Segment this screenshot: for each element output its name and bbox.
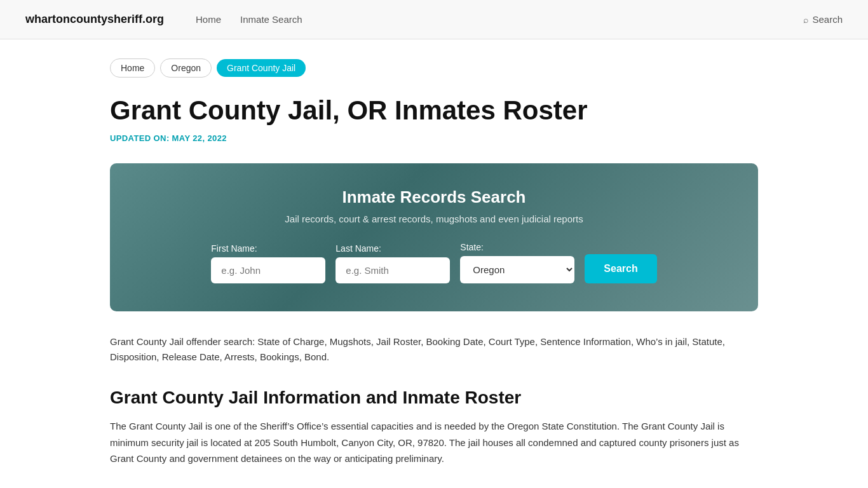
state-label: State:	[460, 242, 484, 252]
header-search[interactable]: ⌕ Search	[803, 14, 843, 25]
section-heading: Grant County Jail Information and Inmate…	[110, 388, 758, 408]
last-name-label: Last Name:	[336, 243, 381, 254]
last-name-input[interactable]	[336, 257, 450, 283]
breadcrumb-oregon[interactable]: Oregon	[160, 58, 212, 78]
first-name-field: First Name:	[211, 243, 325, 283]
body-text: The Grant County Jail is one of the Sher…	[110, 418, 758, 467]
main-nav: Home Inmate Search	[196, 14, 778, 25]
search-form: First Name: Last Name: State: OregonAlab…	[148, 242, 720, 283]
last-name-field: Last Name:	[336, 243, 450, 283]
search-button[interactable]: Search	[585, 254, 656, 283]
search-box: Inmate Records Search Jail records, cour…	[110, 163, 758, 311]
main-content: Home Oregon Grant County Jail Grant Coun…	[85, 39, 783, 488]
search-icon: ⌕	[803, 15, 808, 25]
first-name-input[interactable]	[211, 257, 325, 283]
state-select[interactable]: OregonAlabamaAlaskaArizonaArkansasCalifo…	[460, 256, 574, 283]
header-search-label: Search	[812, 14, 843, 25]
nav-inmate-search[interactable]: Inmate Search	[240, 14, 302, 25]
page-title: Grant County Jail, OR Inmates Roster	[110, 95, 758, 126]
site-header: whartoncountysheriff.org Home Inmate Sea…	[0, 0, 868, 39]
breadcrumb-grant-county-jail[interactable]: Grant County Jail	[217, 59, 306, 77]
search-box-title: Inmate Records Search	[148, 187, 720, 207]
description-text: Grant County Jail offender search: State…	[110, 334, 758, 365]
search-box-subtitle: Jail records, court & arrest records, mu…	[148, 214, 720, 224]
nav-home[interactable]: Home	[196, 14, 221, 25]
breadcrumb-home[interactable]: Home	[110, 58, 155, 78]
breadcrumb: Home Oregon Grant County Jail	[110, 58, 758, 78]
site-logo[interactable]: whartoncountysheriff.org	[25, 13, 164, 26]
state-field: State: OregonAlabamaAlaskaArizonaArkansa…	[460, 242, 574, 283]
updated-date: UPDATED ON: MAY 22, 2022	[110, 133, 758, 143]
first-name-label: First Name:	[211, 243, 257, 254]
